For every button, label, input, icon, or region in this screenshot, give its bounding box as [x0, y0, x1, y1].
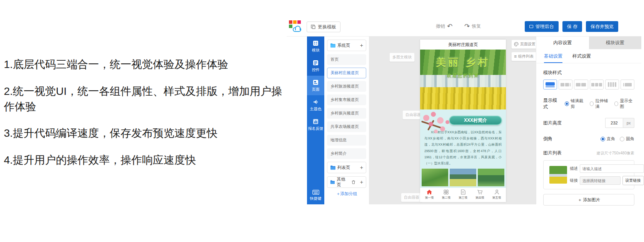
- save-label: 保 存: [567, 23, 577, 30]
- image-height-input[interactable]: [605, 118, 623, 128]
- rail-item-signup-feedback[interactable]: 报名反馈: [307, 115, 324, 134]
- radio-icon: [620, 137, 624, 141]
- admin-backend-button[interactable]: 管理后台: [525, 21, 559, 32]
- nav-item-3[interactable]: 第三项: [455, 189, 472, 200]
- topbar-actions: 管理后台 保 存 保存并预览: [525, 21, 618, 32]
- modules-icon: [312, 40, 319, 46]
- save-preview-button[interactable]: 保存并预览: [586, 21, 618, 32]
- page-item-village-intro[interactable]: 乡村简介: [327, 148, 366, 159]
- page-item-geo-info[interactable]: 地理信息: [327, 135, 366, 146]
- rail-item-pages[interactable]: 页面: [307, 76, 324, 95]
- keyboard-icon: [312, 190, 319, 195]
- page-item-rural-tourism[interactable]: 乡村旅游频道页: [327, 81, 366, 92]
- style-option-4[interactable]: [590, 80, 604, 90]
- nav-item-2[interactable]: 第二项: [438, 189, 455, 200]
- style-option-1-selected[interactable]: [543, 80, 557, 90]
- corner-label: 倒角: [543, 136, 552, 142]
- rail-item-widgets[interactable]: 控件: [307, 56, 324, 76]
- monitor-icon: [529, 25, 533, 28]
- display-mode-row: 显示模式 铺满裁剪 拉伸铺满 显示全图: [543, 97, 634, 110]
- radio-square-corner[interactable]: 直角: [601, 136, 615, 142]
- add-page-icon[interactable]: +: [360, 43, 363, 48]
- add-page-icon[interactable]: +: [360, 165, 363, 170]
- undo-label: 撤销: [436, 23, 445, 30]
- page-item-rural-market[interactable]: 乡村集市频道页: [327, 94, 366, 105]
- image-item-thumbnail[interactable]: [549, 166, 567, 184]
- logo-square-red: [289, 20, 292, 24]
- photo-strip: [420, 168, 506, 188]
- rail-item-modules[interactable]: 模块: [307, 36, 324, 56]
- page-group-list[interactable]: 列表页 +: [327, 162, 366, 173]
- style-option-3[interactable]: [574, 80, 588, 90]
- page-item-rural-revitalization[interactable]: 乡村振兴频道页: [327, 108, 366, 119]
- image-item-fields: 描述 链接 设置链接: [570, 164, 644, 185]
- style-option-6[interactable]: [621, 80, 634, 90]
- add-image-button[interactable]: ＋ 添加图片: [543, 194, 634, 206]
- tab-module-settings[interactable]: 模块设置: [589, 36, 642, 49]
- tab-content-settings[interactable]: 内容设置: [536, 36, 589, 49]
- image-height-label: 图片高度: [543, 120, 562, 126]
- rail-label-modules: 模块: [312, 48, 320, 53]
- left-nav-rail: 模块 控件 页面 主题色 报名反馈 快捷键: [307, 36, 324, 204]
- module-tag-multi-image[interactable]: 多图文模块: [389, 53, 415, 62]
- note-line-3: 3.提升代码编译速度，保存发布预览速度更快: [4, 126, 285, 141]
- radio-stretch-fill[interactable]: 拉伸铺满: [590, 98, 610, 109]
- rail-item-theme-color[interactable]: 主题色: [307, 95, 324, 115]
- radio-fill-crop[interactable]: 铺满裁剪: [565, 98, 585, 109]
- module-style-label: 模块样式: [543, 70, 634, 76]
- folder-icon: [330, 165, 335, 170]
- add-page-icon[interactable]: +: [360, 179, 363, 185]
- nav-item-1[interactable]: 第一项: [421, 189, 438, 200]
- village-intro-section[interactable]: XXX村简介 XXX村位于XXX乡西南端，以XX自然村命名，东与XX乡相邻，南与…: [420, 109, 506, 202]
- village-intro-pill-button[interactable]: XXX村简介: [449, 116, 502, 125]
- hero-banner-image[interactable]: 美丽 乡村 欢迎您的到来: [420, 50, 506, 109]
- nav-item-5[interactable]: 第五项: [488, 189, 505, 200]
- page-item-beautiful-village[interactable]: 美丽村庄频道页: [327, 68, 366, 78]
- group-system-label: 系统页: [337, 43, 350, 48]
- rail-item-shortcuts[interactable]: 快捷键: [307, 186, 324, 204]
- redo-icon: ↷: [464, 23, 470, 30]
- redo-button[interactable]: ↷ 恢复: [464, 23, 481, 30]
- rail-spacer: [307, 134, 324, 186]
- desc-input[interactable]: [580, 164, 644, 173]
- style-option-2[interactable]: [559, 80, 572, 90]
- folder-icon: [330, 180, 335, 184]
- radio-show-full[interactable]: 显示全图: [614, 98, 634, 109]
- note-line-2: 2.统一视觉UI，统一各组件属性、样式及排版，增加用户操作体验: [4, 84, 285, 114]
- nav-item-4[interactable]: 第四项: [471, 189, 488, 200]
- style-option-5[interactable]: [605, 80, 619, 90]
- pages-panel: 系统页 + 首页 美丽村庄频道页 乡村旅游频道页 乡村集市频道页 乡村振兴频道页…: [324, 36, 369, 204]
- component-list-button[interactable]: ≡ 组件列表: [511, 52, 536, 61]
- editor-canvas[interactable]: 多图文模块 自由容器 自由容器 页面设置 ≡ 组件列表 美丽村庄频道页 美丽 乡…: [369, 36, 536, 204]
- photo-mountains[interactable]: [450, 169, 476, 186]
- add-group-button[interactable]: ＋添加分组: [327, 191, 366, 197]
- home-icon: [426, 189, 432, 195]
- change-template-button[interactable]: 更换模板: [307, 22, 340, 32]
- photo-village[interactable]: [478, 169, 504, 186]
- page-group-system[interactable]: 系统页 +: [327, 40, 366, 51]
- image-height-unit: px: [623, 118, 634, 128]
- page-settings-button[interactable]: 页面设置: [511, 40, 536, 49]
- logo-square-orange: [293, 20, 297, 24]
- trash-icon[interactable]: [352, 180, 355, 184]
- radio-icon: [590, 101, 594, 106]
- display-mode-radios: 铺满裁剪 拉伸铺满 显示全图: [565, 98, 634, 109]
- link-label: 链接: [570, 178, 578, 183]
- module-tag-free-container-2[interactable]: 自由容器: [401, 193, 422, 202]
- link-input[interactable]: [580, 176, 621, 185]
- save-button[interactable]: 保 存: [562, 21, 582, 32]
- preview-page-title: 美丽村庄频道页: [420, 40, 506, 50]
- page-item-home[interactable]: 首页: [327, 54, 366, 65]
- subtab-basic-settings[interactable]: 基础设置: [544, 49, 562, 63]
- photo-terraced-fields[interactable]: [422, 169, 448, 186]
- settings-tabs: 内容设置 模块设置: [536, 36, 641, 49]
- undo-button[interactable]: 撤销 ↶: [436, 23, 452, 30]
- page-group-other[interactable]: 其他页 +: [327, 176, 366, 188]
- radio-round-corner[interactable]: 圆角: [620, 136, 634, 142]
- group-other-label: 其他页: [337, 176, 348, 188]
- radio-fill-crop-label: 铺满裁剪: [571, 98, 585, 109]
- subtab-style-settings[interactable]: 样式设置: [572, 49, 591, 63]
- page-preview[interactable]: 美丽村庄频道页 美丽 乡村 欢迎您的到来 XXX村简介: [420, 40, 506, 202]
- set-link-button[interactable]: 设置链接: [622, 176, 644, 185]
- page-item-shared-farm[interactable]: 共享农场频道页: [327, 121, 366, 132]
